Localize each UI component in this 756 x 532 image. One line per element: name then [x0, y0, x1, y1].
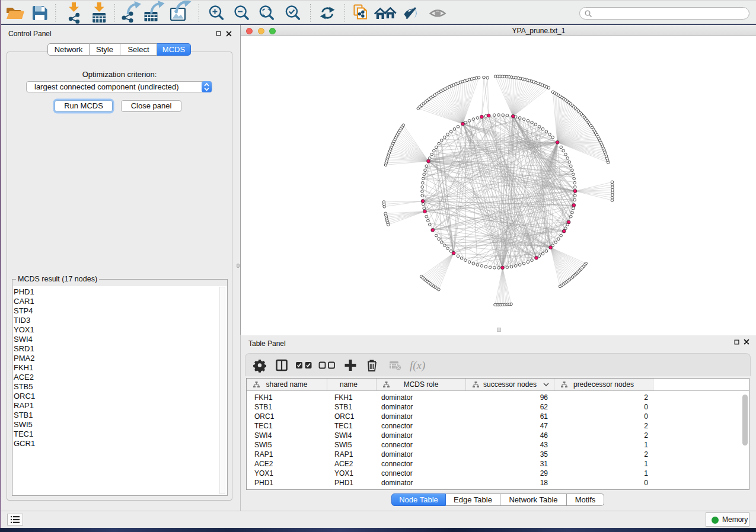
svg-text:f(x): f(x) — [410, 359, 425, 372]
